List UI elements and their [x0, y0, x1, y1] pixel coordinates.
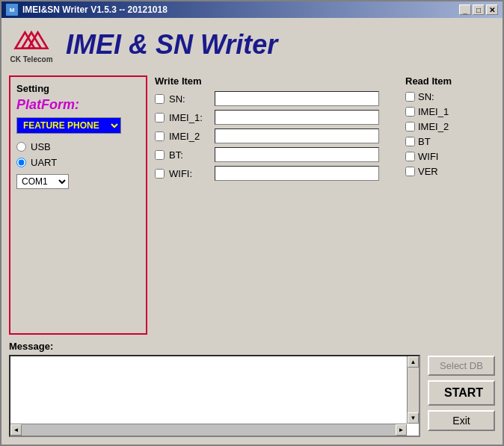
uart-label: UART — [31, 157, 57, 168]
uart-radio[interactable] — [16, 158, 26, 167]
read-imei1-label: IMEI_1 — [418, 106, 449, 117]
read-wifi-checkbox[interactable] — [405, 152, 415, 161]
radio-group: USB UART — [16, 141, 140, 168]
write-imei1-row: IMEI_1: — [155, 110, 398, 125]
write-imei2-checkbox[interactable] — [155, 131, 165, 141]
write-wifi-input[interactable] — [215, 166, 379, 181]
write-imei2-label: IMEI_2 — [169, 131, 210, 142]
write-item-title: Write Item — [155, 75, 398, 87]
read-item-title: Read Item — [405, 75, 495, 87]
app-icon: M — [6, 4, 18, 16]
write-sn-row: SN: — [155, 91, 398, 106]
title-bar: M IMEI&SN Writer V1.5.3 -- 20121018 _ □ … — [1, 1, 503, 18]
main-area: Setting PlatForm: FEATURE PHONE SMARTPHO… — [9, 75, 495, 335]
main-window: M IMEI&SN Writer V1.5.3 -- 20121018 _ □ … — [0, 0, 504, 446]
read-sn-row: SN: — [405, 91, 495, 102]
write-imei2-row: IMEI_2 — [155, 128, 398, 143]
read-imei1-row: IMEI_1 — [405, 106, 495, 117]
title-bar-controls: _ □ ✕ — [459, 4, 498, 15]
h-scroll-track — [22, 424, 396, 436]
setting-panel: Setting PlatForm: FEATURE PHONE SMARTPHO… — [9, 75, 147, 335]
svg-text:M: M — [10, 7, 15, 13]
write-sn-input[interactable] — [215, 91, 379, 106]
minimize-button[interactable]: _ — [459, 4, 471, 15]
header-row: CK Telecom IMEI & SN Writer — [9, 25, 495, 69]
write-sn-checkbox[interactable] — [155, 94, 165, 104]
platform-label: PlatForm: — [16, 97, 140, 113]
scroll-left-button[interactable]: ◄ — [10, 424, 22, 436]
com-dropdown[interactable]: COM1 COM2 COM3 COM4 — [16, 174, 69, 189]
message-textarea[interactable] — [10, 356, 407, 424]
read-ver-checkbox[interactable] — [405, 167, 415, 176]
read-sn-checkbox[interactable] — [405, 92, 415, 102]
read-imei2-row: IMEI_2 — [405, 121, 495, 132]
message-area: Message: ▲ ▼ ◄ ► — [9, 341, 420, 437]
company-name: CK Telecom — [10, 55, 52, 64]
title-bar-left: M IMEI&SN Writer V1.5.3 -- 20121018 — [6, 4, 168, 16]
maximize-button[interactable]: □ — [473, 4, 485, 15]
window-title: IMEI&SN Writer V1.5.3 -- 20121018 — [22, 4, 168, 15]
svg-marker-2 — [16, 32, 35, 48]
usb-radio-item: USB — [16, 141, 140, 152]
read-imei2-checkbox[interactable] — [405, 122, 415, 131]
uart-radio-item: UART — [16, 157, 140, 168]
write-item-panel: Write Item SN: IMEI_1: IMEI_2 — [155, 75, 398, 335]
write-wifi-row: WIFI: — [155, 166, 398, 181]
write-imei2-input[interactable] — [215, 128, 379, 143]
close-button[interactable]: ✕ — [486, 4, 498, 15]
write-wifi-checkbox[interactable] — [155, 169, 165, 179]
select-db-button[interactable]: Select DB — [428, 356, 495, 376]
svg-marker-4 — [28, 32, 48, 48]
read-sn-label: SN: — [418, 91, 434, 102]
write-bt-label: BT: — [169, 149, 210, 161]
read-bt-label: BT — [418, 136, 431, 147]
usb-label: USB — [31, 141, 51, 152]
write-imei1-input[interactable] — [215, 110, 379, 125]
write-bt-checkbox[interactable] — [155, 150, 165, 160]
company-logo — [9, 25, 54, 55]
read-bt-checkbox[interactable] — [405, 137, 415, 146]
read-ver-row: VER — [405, 166, 495, 177]
usb-radio[interactable] — [16, 142, 26, 152]
setting-title: Setting — [16, 83, 140, 94]
read-item-panel: Read Item SN: IMEI_1 IMEI_2 — [405, 75, 495, 335]
start-button[interactable]: START — [428, 380, 495, 406]
read-imei2-label: IMEI_2 — [418, 121, 449, 132]
message-box-wrapper: ▲ ▼ ◄ ► — [9, 355, 420, 437]
app-title: IMEI & SN Writer — [66, 29, 277, 61]
right-panels: Write Item SN: IMEI_1: IMEI_2 — [155, 75, 495, 335]
scroll-down-button[interactable]: ▼ — [408, 412, 419, 424]
scroll-right-button[interactable]: ► — [396, 424, 407, 436]
svg-marker-3 — [22, 32, 41, 48]
platform-dropdown[interactable]: FEATURE PHONE SMARTPHONE — [16, 117, 121, 134]
read-wifi-label: WIFI — [418, 151, 438, 162]
read-wifi-row: WIFI — [405, 151, 495, 162]
write-imei1-checkbox[interactable] — [155, 113, 165, 123]
bottom-section: Message: ▲ ▼ ◄ ► Select DB — [9, 341, 495, 437]
content-area: CK Telecom IMEI & SN Writer Setting Plat… — [1, 18, 503, 445]
exit-button[interactable]: Exit — [428, 410, 495, 431]
write-bt-input[interactable] — [215, 147, 379, 162]
read-bt-row: BT — [405, 136, 495, 147]
read-ver-label: VER — [418, 166, 438, 177]
action-buttons: Select DB START Exit — [428, 341, 495, 431]
write-imei1-label: IMEI_1: — [169, 112, 210, 123]
vertical-scrollbar: ▲ ▼ — [407, 356, 419, 424]
logo-area: CK Telecom — [9, 25, 54, 64]
scroll-up-button[interactable]: ▲ — [408, 356, 419, 368]
write-sn-label: SN: — [169, 93, 210, 105]
message-label: Message: — [9, 341, 420, 352]
horizontal-scrollbar: ◄ ► — [10, 424, 407, 436]
write-bt-row: BT: — [155, 147, 398, 162]
write-wifi-label: WIFI: — [169, 168, 210, 179]
read-imei1-checkbox[interactable] — [405, 107, 415, 117]
